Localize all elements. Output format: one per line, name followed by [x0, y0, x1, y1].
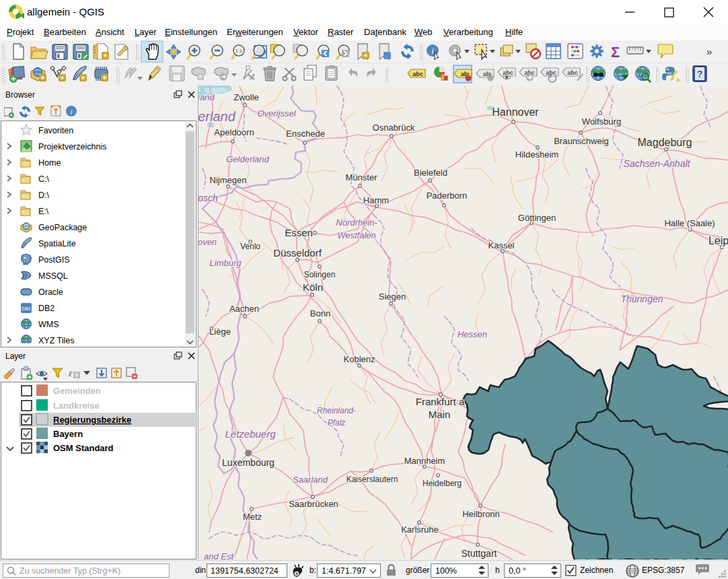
- svg-text:Hessen: Hessen: [458, 329, 487, 339]
- svg-text:oven: oven: [198, 237, 217, 247]
- svg-text:osch: osch: [198, 193, 218, 203]
- svg-text:✳: ✳: [102, 74, 107, 81]
- svg-text:MSSQL: MSSQL: [38, 271, 68, 281]
- svg-text:✳: ✳: [198, 73, 203, 80]
- svg-text:Enschede: Enschede: [286, 129, 325, 139]
- svg-text:Halle (Saale): Halle (Saale): [664, 218, 715, 228]
- svg-text:Nijmegen: Nijmegen: [210, 175, 247, 185]
- svg-text:Essen: Essen: [285, 227, 313, 238]
- svg-text:OSM Standard: OSM Standard: [53, 443, 114, 453]
- svg-text:Wolfsburg: Wolfsburg: [582, 116, 621, 127]
- svg-text:?: ?: [697, 69, 703, 79]
- svg-text:abc: abc: [503, 69, 513, 76]
- svg-text:Landkreise: Landkreise: [53, 401, 100, 411]
- svg-text:Pfalz: Pfalz: [328, 418, 346, 428]
- svg-text:WMS: WMS: [38, 320, 59, 329]
- svg-text:»: »: [706, 46, 712, 57]
- svg-text:Projektverzeichnis: Projektverzeichnis: [38, 142, 106, 151]
- svg-text:Favoriten: Favoriten: [38, 126, 73, 135]
- svg-text:Hannover: Hannover: [492, 106, 539, 118]
- svg-text:✳: ✳: [59, 74, 65, 81]
- svg-text:Göttingen: Göttingen: [518, 213, 556, 223]
- svg-text:Luxembourg: Luxembourg: [222, 457, 275, 468]
- svg-text:✳: ✳: [80, 74, 85, 81]
- svg-text:Hamm: Hamm: [363, 195, 389, 205]
- svg-text:Solingen: Solingen: [304, 270, 336, 279]
- svg-text:SpatiaLite: SpatiaLite: [38, 239, 76, 248]
- svg-text:Leipz: Leipz: [708, 235, 728, 246]
- svg-text:Münster: Münster: [346, 172, 378, 182]
- svg-text:Metz: Metz: [243, 512, 262, 522]
- svg-text:Limburg: Limburg: [210, 258, 242, 268]
- svg-text:Hildesheim: Hildesheim: [515, 149, 558, 160]
- svg-text:Magdeburg: Magdeburg: [638, 137, 692, 148]
- svg-text:Gemeinden: Gemeinden: [53, 386, 101, 396]
- svg-text:Aachen: Aachen: [229, 304, 259, 314]
- svg-text:Home: Home: [38, 158, 61, 168]
- svg-text:Bielefeld: Bielefeld: [414, 168, 447, 178]
- svg-text:DB2: DB2: [22, 306, 30, 311]
- svg-text:Regierungsbezirke: Regierungsbezirke: [53, 415, 131, 425]
- svg-text:Lëtzebuerg: Lëtzebuerg: [225, 428, 276, 440]
- svg-text:Kassel: Kassel: [488, 240, 514, 250]
- svg-text:Rheinland-: Rheinland-: [317, 406, 356, 415]
- svg-text:Osnabrück: Osnabrück: [373, 123, 415, 133]
- svg-text:Zwolle: Zwolle: [233, 92, 259, 102]
- svg-text:✳: ✳: [40, 74, 45, 81]
- svg-text:Koblenz: Koblenz: [344, 354, 375, 364]
- svg-text:i: i: [431, 46, 434, 56]
- svg-text:Mannheim: Mannheim: [404, 456, 445, 466]
- svg-text:Liège: Liège: [209, 327, 231, 337]
- svg-text:and Est: and Est: [204, 551, 234, 559]
- svg-text:Main: Main: [429, 409, 451, 420]
- svg-text:Overijssel: Overijssel: [257, 108, 296, 118]
- svg-text:Σ: Σ: [611, 44, 620, 61]
- svg-text:i: i: [70, 108, 72, 116]
- svg-text:Heilbronn: Heilbronn: [462, 509, 500, 519]
- svg-text:Braunschweig: Braunschweig: [554, 136, 609, 146]
- svg-text:Oracle: Oracle: [38, 287, 63, 297]
- svg-text:ε: ε: [69, 368, 73, 378]
- svg-text:Düsseldorf: Düsseldorf: [273, 247, 322, 259]
- svg-text:XYZ Tiles: XYZ Tiles: [38, 336, 75, 343]
- svg-text:Karlsruhe: Karlsruhe: [401, 524, 439, 535]
- svg-text:✳: ✳: [102, 52, 108, 59]
- svg-text:Siegen: Siegen: [379, 292, 406, 302]
- svg-text:✳: ✳: [363, 52, 368, 59]
- svg-text:Saarbrücken: Saarbrücken: [289, 499, 338, 509]
- svg-text:Apeldoorn: Apeldoorn: [214, 127, 254, 137]
- svg-text:Frankfurt a: Frankfurt a: [416, 396, 465, 407]
- svg-text:Saarland: Saarland: [293, 475, 328, 485]
- svg-text:Westfalen: Westfalen: [337, 230, 376, 240]
- svg-text:C:\: C:\: [38, 174, 50, 184]
- svg-text:Thüringen: Thüringen: [620, 294, 663, 304]
- svg-text:Gelderland: Gelderland: [226, 154, 269, 164]
- svg-text:Paderborn: Paderborn: [427, 191, 468, 201]
- svg-text:E:\: E:\: [38, 207, 49, 216]
- svg-text:abc: abc: [567, 69, 578, 76]
- svg-text:Bonn: Bonn: [310, 308, 330, 318]
- svg-text:Heidelberg: Heidelberg: [423, 479, 462, 488]
- svg-text:abc: abc: [412, 71, 423, 77]
- svg-text:Köln: Köln: [303, 281, 323, 293]
- svg-text:Bayern: Bayern: [53, 429, 83, 439]
- svg-text:and: and: [200, 92, 215, 102]
- svg-text:Kaiserslautern: Kaiserslautern: [347, 475, 398, 484]
- svg-text:Venlo: Venlo: [240, 242, 260, 251]
- svg-text:1:1: 1:1: [235, 48, 242, 54]
- svg-text:D:\: D:\: [38, 191, 50, 200]
- svg-text:DB2: DB2: [38, 304, 54, 313]
- svg-text:GeoPackage: GeoPackage: [38, 223, 87, 232]
- svg-text:erland: erland: [198, 109, 236, 124]
- svg-text:Nordrhein-: Nordrhein-: [336, 217, 377, 228]
- svg-text:PostGIS: PostGIS: [38, 255, 70, 265]
- svg-text:Sachsen-Anhalt: Sachsen-Anhalt: [624, 158, 691, 169]
- svg-text:Stuttgart: Stuttgart: [462, 548, 497, 559]
